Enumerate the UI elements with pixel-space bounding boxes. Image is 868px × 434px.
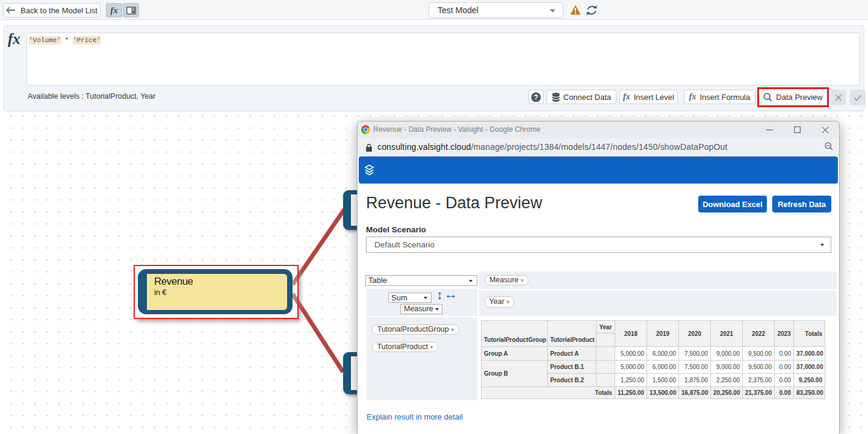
svg-text:?: ?: [534, 93, 538, 101]
